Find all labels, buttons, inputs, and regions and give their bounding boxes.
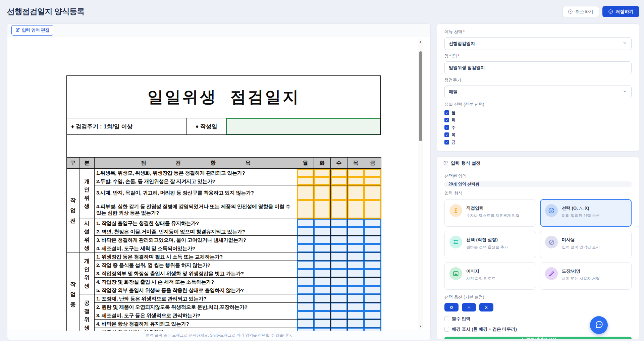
input-area-cell[interactable] [297,177,314,185]
input-area-cell[interactable] [364,261,381,269]
input-area-cell[interactable] [364,219,381,227]
date-input-area[interactable] [226,118,380,134]
input-area-cell[interactable] [364,244,381,252]
input-area-cell[interactable] [297,320,314,328]
weekday-checkbox[interactable]: ✓ [444,125,449,130]
input-area-cell[interactable] [364,236,381,244]
input-area-cell[interactable] [331,278,347,286]
input-area-cell[interactable] [364,311,381,319]
input-area-cell[interactable] [364,252,381,261]
choice-button[interactable]: O [444,303,459,311]
document-canvas[interactable]: 일일위생 점검일지 ♦ 검검주기 : 1회/일 이상 ♦ 작성일 구분점검항목월… [7,37,430,331]
input-area-cell[interactable] [314,320,330,328]
input-area-cell[interactable] [297,328,314,331]
scroll-up-arrow[interactable]: ▲ [418,39,423,44]
cancel-button[interactable]: 취소하기 [562,6,599,17]
input-area-cell[interactable] [314,227,330,235]
input-area-cell[interactable] [314,278,330,286]
input-area-cell[interactable] [314,328,330,331]
input-area-cell[interactable] [297,278,314,286]
input-area-cell[interactable] [297,311,314,319]
input-area-cell[interactable] [331,219,347,227]
input-area-cell[interactable] [314,185,330,200]
input-area-cell[interactable] [297,286,314,294]
input-area-cell[interactable] [347,294,364,302]
input-area-cell[interactable] [331,303,347,311]
input-area-cell[interactable] [297,236,314,244]
format-option-card[interactable]: 도장/서명사원 또는 사용자 서명 [540,262,632,290]
input-area-cell[interactable] [331,286,347,294]
input-area-cell[interactable] [347,169,364,177]
input-area-cell[interactable] [347,185,364,200]
cycle-select[interactable]: 매일 [444,86,632,98]
input-area-cell[interactable] [297,269,314,277]
scroll-down-arrow[interactable]: ▼ [418,324,423,329]
input-area-cell[interactable] [364,177,381,185]
input-area-cell[interactable] [364,169,381,177]
input-area-cell[interactable] [314,286,330,294]
input-area-cell[interactable] [297,261,314,269]
apply-to-areas-button[interactable]: 20개 영역에 적용 [444,337,632,339]
input-area-cell[interactable] [314,200,330,219]
input-area-cell[interactable] [314,261,330,269]
input-area-cell[interactable] [331,320,347,328]
weekday-checkbox[interactable]: ✓ [444,110,449,115]
format-option-card[interactable]: 선택 (O, △, X)미리 정의된 선택 옵션 [540,199,632,227]
input-area-cell[interactable] [314,169,330,177]
menu-select[interactable]: 선행점검일지 [444,37,632,50]
input-area-cell[interactable] [314,294,330,302]
input-area-cell[interactable] [331,236,347,244]
input-area-cell[interactable] [347,252,364,261]
input-area-cell[interactable] [331,177,347,185]
format-option-card[interactable]: 미사용입력 없이 영역만 표시 [540,231,632,258]
input-area-cell[interactable] [314,177,330,185]
input-area-cell[interactable] [364,286,381,294]
input-area-cell[interactable] [314,252,330,261]
form-name-input[interactable] [444,61,632,74]
input-area-cell[interactable] [331,269,347,277]
weekday-checkbox[interactable]: ✓ [444,132,449,137]
input-area-cell[interactable] [347,328,364,331]
input-area-cell[interactable] [331,252,347,261]
input-area-cell[interactable] [331,200,347,219]
choice-button[interactable]: △ [462,303,476,311]
input-area-cell[interactable] [347,236,364,244]
input-area-cell[interactable] [364,294,381,302]
input-area-cell[interactable] [297,303,314,311]
input-area-cell[interactable] [347,200,364,219]
input-area-cell[interactable] [297,219,314,227]
input-area-cell[interactable] [297,252,314,261]
input-area-cell[interactable] [347,278,364,286]
input-area-cell[interactable] [314,219,330,227]
input-area-cell[interactable] [297,244,314,252]
input-area-cell[interactable] [347,227,364,235]
save-button[interactable]: 저장하기 [602,6,639,17]
edit-input-area-button[interactable]: 입력 영역 편집 [11,25,53,36]
input-area-cell[interactable] [314,269,330,277]
input-area-cell[interactable] [331,311,347,319]
input-area-cell[interactable] [297,185,314,200]
input-area-cell[interactable] [347,261,364,269]
input-area-cell[interactable] [364,185,381,200]
input-area-cell[interactable] [347,244,364,252]
weekday-checkbox[interactable]: ✓ [444,140,449,145]
input-area-cell[interactable] [364,227,381,235]
input-area-cell[interactable] [364,200,381,219]
input-area-cell[interactable] [331,185,347,200]
input-area-cell[interactable] [314,311,330,319]
format-option-card[interactable]: 선택 (직접 설정)원하는 선택 옵션을 추가 [444,231,536,258]
choice-button[interactable]: X [479,303,493,311]
input-area-cell[interactable] [347,286,364,294]
input-area-cell[interactable] [347,177,364,185]
input-area-cell[interactable] [347,311,364,319]
weekday-checkbox[interactable]: ✓ [444,118,449,122]
input-area-cell[interactable] [314,244,330,252]
background-display-checkbox[interactable] [444,327,449,332]
input-area-cell[interactable] [314,303,330,311]
input-area-cell[interactable] [347,303,364,311]
scrollbar-thumb[interactable] [419,51,422,141]
input-area-cell[interactable] [331,328,347,331]
input-area-cell[interactable] [297,200,314,219]
required-input-checkbox[interactable] [444,317,449,321]
input-area-cell[interactable] [347,269,364,277]
